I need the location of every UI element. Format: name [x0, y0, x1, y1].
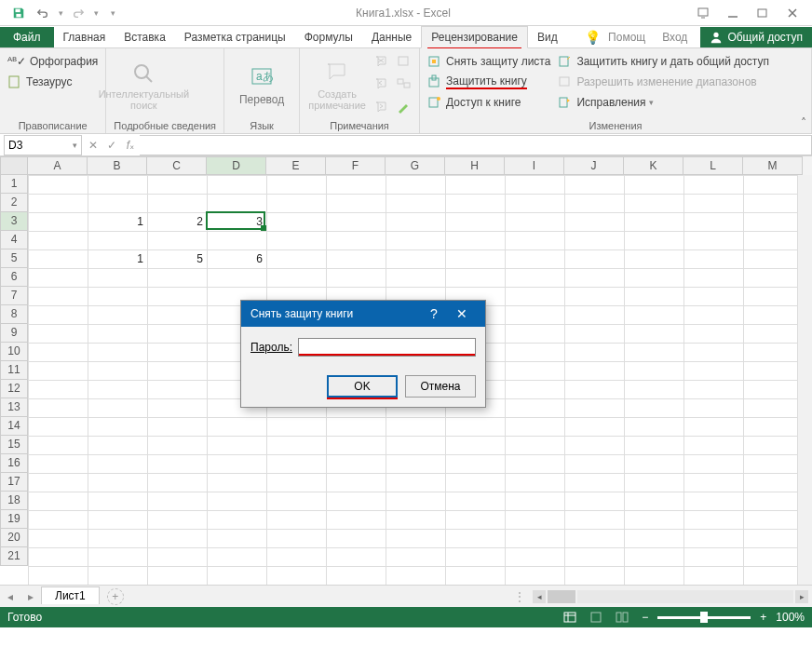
- enter-formula-icon[interactable]: ✓: [102, 136, 121, 155]
- row-header[interactable]: 21: [0, 547, 28, 566]
- row-header[interactable]: 20: [0, 529, 28, 547]
- column-header[interactable]: C: [147, 156, 207, 175]
- tab-formulas[interactable]: Формулы: [295, 27, 362, 47]
- tab-view[interactable]: Вид: [528, 27, 567, 47]
- share-button[interactable]: Общий доступ: [700, 27, 812, 47]
- column-header[interactable]: A: [28, 156, 88, 175]
- dropdown-icon[interactable]: ▾: [56, 8, 65, 18]
- row-header[interactable]: 7: [0, 287, 28, 305]
- column-header[interactable]: G: [386, 156, 445, 175]
- tab-insert[interactable]: Вставка: [115, 27, 175, 47]
- ok-button[interactable]: OK: [327, 375, 398, 398]
- cell[interactable]: 3: [207, 212, 266, 231]
- column-header[interactable]: F: [326, 156, 386, 175]
- tell-me-icon[interactable]: 💡: [585, 30, 601, 45]
- dialog-close-icon[interactable]: ✕: [448, 306, 476, 321]
- new-comment-button[interactable]: Создать примечание: [307, 52, 367, 118]
- translate-button[interactable]: aあПеревод: [232, 52, 291, 118]
- cell[interactable]: 5: [147, 249, 207, 268]
- row-header[interactable]: 13: [0, 398, 28, 417]
- page-layout-view-icon[interactable]: [586, 609, 606, 626]
- qat-customize-icon[interactable]: ▾: [108, 8, 117, 18]
- save-icon[interactable]: [7, 3, 30, 23]
- dropdown-icon[interactable]: ▾: [73, 141, 77, 150]
- close-icon[interactable]: [778, 3, 806, 23]
- row-header[interactable]: 3: [0, 212, 28, 231]
- row-header[interactable]: 4: [0, 231, 28, 249]
- column-header[interactable]: K: [624, 156, 683, 175]
- scroll-left-icon[interactable]: ◂: [533, 590, 546, 603]
- column-header[interactable]: M: [743, 156, 803, 175]
- row-header[interactable]: 19: [0, 510, 28, 529]
- column-header[interactable]: H: [445, 156, 505, 175]
- formula-input[interactable]: [140, 135, 812, 155]
- normal-view-icon[interactable]: [560, 609, 580, 626]
- row-header[interactable]: 10: [0, 343, 28, 361]
- row-header[interactable]: 8: [0, 305, 28, 324]
- cancel-formula-icon[interactable]: ✕: [84, 136, 102, 155]
- add-sheet-button[interactable]: +: [107, 588, 124, 605]
- dropdown-icon[interactable]: ▾: [91, 8, 101, 18]
- page-break-view-icon[interactable]: [612, 609, 632, 626]
- column-header[interactable]: D: [207, 156, 266, 175]
- column-header[interactable]: J: [564, 156, 624, 175]
- dialog-titlebar[interactable]: Снять защиту книги ? ✕: [241, 301, 485, 327]
- signin-link[interactable]: Вход: [653, 27, 697, 47]
- unprotect-sheet-button[interactable]: Снять защиту листа: [427, 52, 550, 71]
- column-header[interactable]: B: [88, 156, 147, 175]
- row-header[interactable]: 2: [0, 194, 28, 212]
- sheet-nav-next-icon[interactable]: ▸: [22, 588, 39, 605]
- row-header[interactable]: 11: [0, 361, 28, 380]
- collapse-ribbon-icon[interactable]: ˄: [801, 116, 806, 129]
- row-header[interactable]: 6: [0, 268, 28, 287]
- sheet-nav-prev-icon[interactable]: ◂: [2, 588, 19, 605]
- redo-icon[interactable]: [67, 3, 89, 23]
- spelling-button[interactable]: ᴬᴮ✓Орфография: [7, 52, 98, 71]
- row-header[interactable]: 12: [0, 380, 28, 398]
- smart-lookup-button[interactable]: Интеллектуальный поиск: [114, 52, 173, 118]
- protect-workbook-button[interactable]: Защитить книгу: [427, 73, 550, 91]
- row-header[interactable]: 16: [0, 454, 28, 473]
- column-header[interactable]: E: [266, 156, 326, 175]
- row-header[interactable]: 1: [0, 175, 28, 194]
- cell[interactable]: 1: [88, 212, 147, 231]
- tab-layout[interactable]: Разметка страницы: [175, 27, 295, 47]
- password-input[interactable]: [298, 338, 476, 357]
- horizontal-scrollbar[interactable]: ◂ ▸: [533, 590, 812, 603]
- row-header[interactable]: 9: [0, 324, 28, 343]
- protect-and-share-button[interactable]: Защитить книгу и дать общий доступ: [558, 52, 769, 71]
- fx-icon[interactable]: fₓ: [121, 136, 140, 155]
- tab-review[interactable]: Рецензирование: [421, 26, 528, 48]
- row-header[interactable]: 5: [0, 249, 28, 268]
- cancel-button[interactable]: Отмена: [405, 375, 476, 398]
- zoom-out-button[interactable]: −: [638, 611, 652, 624]
- row-header[interactable]: 17: [0, 473, 28, 492]
- column-header[interactable]: L: [683, 156, 743, 175]
- zoom-in-button[interactable]: +: [756, 611, 770, 624]
- cell[interactable]: 1: [88, 249, 147, 268]
- minimize-icon[interactable]: [719, 3, 747, 23]
- row-header[interactable]: 15: [0, 436, 28, 454]
- sheet-tab[interactable]: Лист1: [41, 586, 100, 604]
- cell[interactable]: 6: [207, 249, 266, 268]
- tell-me-input[interactable]: Помощ: [604, 27, 649, 47]
- undo-icon[interactable]: [32, 3, 54, 23]
- column-header[interactable]: I: [505, 156, 564, 175]
- track-changes-button[interactable]: Исправления ▾: [558, 93, 769, 112]
- cell[interactable]: 2: [147, 212, 207, 231]
- zoom-level[interactable]: 100%: [776, 611, 805, 624]
- maximize-icon[interactable]: [749, 3, 777, 23]
- select-all-corner[interactable]: [0, 156, 28, 175]
- thesaurus-button[interactable]: Тезаурус: [7, 73, 98, 91]
- row-header[interactable]: 18: [0, 492, 28, 510]
- tab-home[interactable]: Главная: [54, 27, 115, 47]
- vertical-scrollbar[interactable]: [797, 175, 812, 585]
- tab-file[interactable]: Файл: [0, 27, 54, 47]
- tab-data[interactable]: Данные: [362, 27, 421, 47]
- row-header[interactable]: 14: [0, 417, 28, 436]
- zoom-slider[interactable]: [657, 616, 751, 619]
- ribbon-options-icon[interactable]: [689, 3, 717, 23]
- scroll-right-icon[interactable]: ▸: [795, 590, 808, 603]
- share-workbook-button[interactable]: Доступ к книге: [427, 93, 550, 112]
- name-box[interactable]: D3▾: [4, 135, 82, 155]
